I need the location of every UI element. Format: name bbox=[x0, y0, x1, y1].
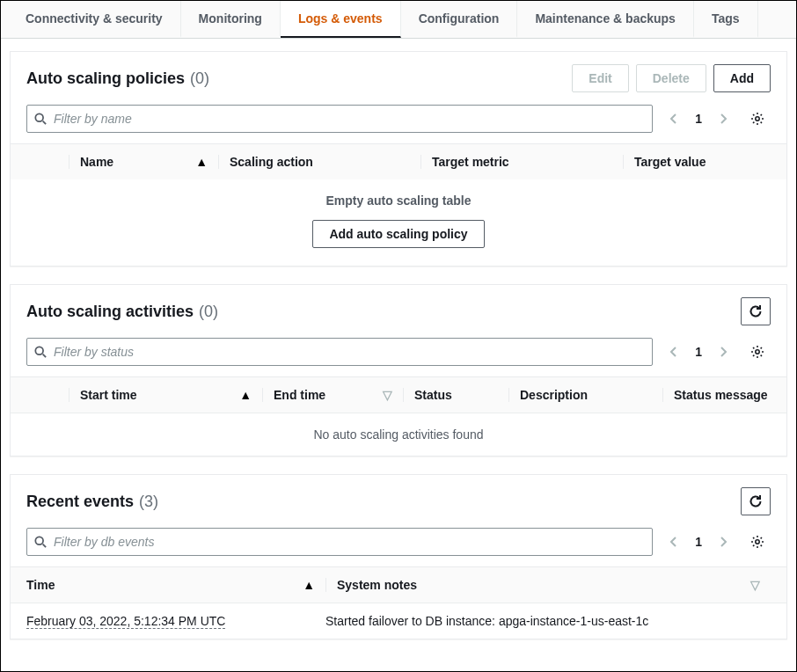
activities-table-head: Start time ▲ End time ▽ Status Descripti… bbox=[11, 376, 786, 413]
policies-table-head: Name ▲ Scaling action Target metric Targ… bbox=[11, 143, 786, 179]
activities-title: Auto scaling activities (0) bbox=[26, 303, 218, 321]
prev-page-button[interactable] bbox=[663, 108, 684, 129]
activities-filter-input[interactable] bbox=[54, 345, 645, 359]
search-icon bbox=[34, 113, 47, 125]
svg-point-6 bbox=[35, 537, 43, 544]
policies-title-text: Auto scaling policies bbox=[26, 69, 185, 88]
refresh-button[interactable] bbox=[741, 487, 771, 515]
col-target-value[interactable]: Target value bbox=[623, 155, 771, 169]
tab-connectivity-security[interactable]: Connectivity & security bbox=[8, 1, 181, 38]
page-number: 1 bbox=[688, 112, 709, 126]
col-status-message[interactable]: Status message bbox=[662, 388, 771, 402]
search-icon bbox=[34, 346, 47, 358]
next-page-button[interactable] bbox=[713, 341, 734, 362]
activities-title-text: Auto scaling activities bbox=[26, 303, 194, 321]
tabs-bar: Connectivity & security Monitoring Logs … bbox=[1, 1, 796, 39]
events-filter[interactable] bbox=[26, 528, 653, 556]
col-system-notes[interactable]: System notes ▽ bbox=[325, 578, 771, 592]
activities-empty: No auto scaling activities found bbox=[11, 413, 786, 456]
tab-logs-events[interactable]: Logs & events bbox=[281, 1, 401, 38]
sort-icon: ▽ bbox=[383, 388, 403, 402]
svg-line-7 bbox=[43, 544, 47, 548]
auto-scaling-activities-panel: Auto scaling activities (0) 1 bbox=[10, 284, 787, 457]
next-page-button[interactable] bbox=[713, 108, 734, 129]
page-number: 1 bbox=[688, 535, 709, 549]
search-icon bbox=[34, 536, 47, 548]
svg-line-1 bbox=[43, 121, 47, 125]
auto-scaling-policies-panel: Auto scaling policies (0) Edit Delete Ad… bbox=[10, 51, 787, 267]
svg-line-4 bbox=[43, 354, 47, 358]
col-status[interactable]: Status bbox=[403, 388, 508, 402]
sort-asc-icon: ▲ bbox=[239, 388, 262, 402]
prev-page-button[interactable] bbox=[663, 531, 684, 552]
svg-point-5 bbox=[756, 350, 759, 354]
event-time: February 03, 2022, 5:12:34 PM UTC bbox=[26, 614, 225, 629]
col-end-time[interactable]: End time ▽ bbox=[262, 388, 403, 402]
activities-count: (0) bbox=[199, 303, 218, 321]
add-auto-scaling-policy-button[interactable]: Add auto scaling policy bbox=[312, 220, 484, 248]
table-row: February 03, 2022, 5:12:34 PM UTC Starte… bbox=[11, 603, 786, 639]
add-button[interactable]: Add bbox=[713, 64, 771, 92]
recent-events-panel: Recent events (3) 1 bbox=[10, 474, 787, 639]
event-notes: Started failover to DB instance: apga-in… bbox=[325, 614, 771, 628]
svg-point-8 bbox=[756, 540, 759, 544]
activities-filter[interactable] bbox=[26, 338, 653, 366]
activities-pager: 1 bbox=[658, 341, 739, 362]
refresh-button[interactable] bbox=[741, 297, 771, 325]
policies-filter[interactable] bbox=[26, 105, 653, 133]
policies-pager: 1 bbox=[658, 108, 739, 129]
policies-filter-input[interactable] bbox=[54, 112, 645, 126]
col-name[interactable]: Name ▲ bbox=[69, 155, 218, 169]
policies-title: Auto scaling policies (0) bbox=[26, 69, 209, 88]
tab-monitoring[interactable]: Monitoring bbox=[181, 1, 281, 38]
col-time[interactable]: Time ▲ bbox=[26, 578, 325, 592]
events-table-head: Time ▲ System notes ▽ bbox=[11, 566, 786, 603]
settings-button[interactable] bbox=[744, 338, 771, 366]
svg-point-0 bbox=[35, 113, 43, 121]
tab-configuration[interactable]: Configuration bbox=[401, 1, 518, 38]
policies-actions: Edit Delete Add bbox=[572, 64, 771, 92]
col-description[interactable]: Description bbox=[508, 388, 662, 402]
sort-icon: ▽ bbox=[750, 578, 771, 592]
next-page-button[interactable] bbox=[713, 531, 734, 552]
tab-tags[interactable]: Tags bbox=[694, 1, 758, 38]
events-title-text: Recent events bbox=[26, 493, 134, 511]
delete-button[interactable]: Delete bbox=[636, 64, 706, 92]
svg-point-2 bbox=[756, 117, 759, 121]
policies-empty-title: Empty auto scaling table bbox=[11, 179, 786, 213]
page-number: 1 bbox=[688, 345, 709, 359]
svg-point-3 bbox=[35, 347, 43, 354]
events-count: (3) bbox=[139, 493, 158, 511]
edit-button[interactable]: Edit bbox=[572, 64, 628, 92]
settings-button[interactable] bbox=[744, 105, 771, 133]
col-scaling-action[interactable]: Scaling action bbox=[218, 155, 420, 169]
col-start-time[interactable]: Start time ▲ bbox=[69, 388, 262, 402]
sort-asc-icon: ▲ bbox=[303, 578, 325, 592]
policies-count: (0) bbox=[190, 69, 209, 88]
events-title: Recent events (3) bbox=[26, 493, 158, 511]
prev-page-button[interactable] bbox=[663, 341, 684, 362]
col-target-metric[interactable]: Target metric bbox=[420, 155, 623, 169]
events-pager: 1 bbox=[658, 531, 739, 552]
tab-maintenance-backups[interactable]: Maintenance & backups bbox=[517, 1, 694, 38]
settings-button[interactable] bbox=[744, 528, 771, 556]
events-filter-input[interactable] bbox=[54, 535, 645, 549]
sort-asc-icon: ▲ bbox=[195, 155, 218, 169]
